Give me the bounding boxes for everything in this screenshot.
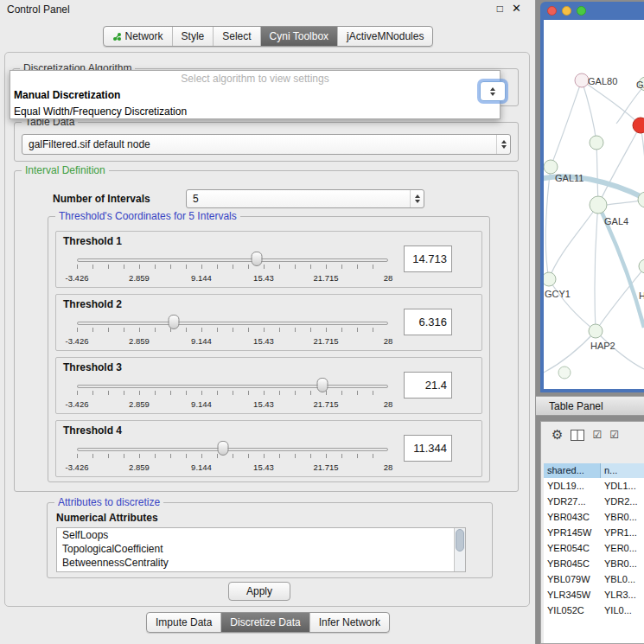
table-row[interactable]: YBR043CYBR0... [544, 509, 644, 525]
slider-track[interactable] [77, 448, 388, 451]
table-cell: YBR045C [544, 556, 601, 571]
numerical-attributes-list[interactable]: SelfLoopsTopologicalCoefficientBetweenne… [56, 527, 466, 572]
threshold-value-field[interactable] [404, 309, 452, 335]
interval-definition-group: Interval Definition Number of Intervals … [14, 170, 519, 492]
node-gal11[interactable] [544, 160, 558, 174]
tab-label: Discretize Data [230, 616, 300, 628]
slider-ticks [77, 265, 388, 269]
table-row[interactable]: YLR345WYLR3... [544, 587, 644, 603]
threshold-value-field[interactable] [404, 372, 452, 399]
window-traffic-lights [547, 6, 586, 16]
tab-style[interactable]: Style [172, 27, 214, 46]
slider-thumb[interactable] [168, 315, 179, 329]
tab-select[interactable]: Select [213, 27, 259, 46]
threshold-panel: Threshold 3 -3.4262.8599.14415.4321.7152… [55, 357, 482, 414]
window-title: Control Panel [7, 3, 70, 16]
dropdown-option-manual-discretization[interactable]: Manual Discretization [10, 87, 500, 104]
table-cell: YBL0... [601, 571, 644, 587]
minimize-window-icon[interactable] [562, 6, 571, 16]
threshold-slider[interactable] [77, 314, 388, 335]
node-table-rows[interactable]: YDL19...YDL1...YDR27...YDR2...YBR043CYBR… [544, 478, 644, 643]
node-gal4[interactable] [590, 196, 607, 214]
table-row[interactable]: YBR045CYBR0... [544, 556, 644, 571]
slider-track[interactable] [77, 385, 388, 388]
threshold-value-field[interactable] [404, 245, 452, 272]
node-gcy1[interactable] [544, 272, 556, 286]
gear-icon[interactable]: ⚙ [552, 427, 563, 443]
node-gal80[interactable] [575, 73, 589, 87]
checkbox-icon[interactable]: ☑ [592, 429, 602, 441]
table-data-group: Table Data galFiltered.sif default node [14, 122, 519, 162]
control-panel-titlebar[interactable]: Control Panel □ ✕ [0, 0, 535, 19]
table-row[interactable]: YDL19...YDL1... [544, 478, 644, 494]
slider-ticks [77, 391, 388, 395]
table-row[interactable]: YDR27...YDR2... [544, 494, 644, 509]
threshold-label: Threshold 3 [63, 361, 122, 373]
scale-label: -3.426 [66, 399, 89, 409]
list-scrollbar[interactable] [454, 528, 465, 571]
slider-thumb[interactable] [218, 441, 229, 456]
node[interactable] [590, 136, 603, 150]
scrollbar-thumb[interactable] [456, 529, 464, 552]
stepper-up-icon [490, 87, 495, 91]
tab-label: Impute Data [156, 616, 212, 628]
slider-track[interactable] [77, 258, 388, 262]
column-header-name[interactable]: n... [601, 463, 644, 478]
columns-icon[interactable] [571, 430, 584, 441]
attribute-list-item[interactable]: BetweennessCentrality [57, 556, 465, 570]
dropdown-option-equal-width[interactable]: Equal Width/Frequency Discretization [10, 104, 500, 120]
scale-label: 2.859 [129, 336, 150, 346]
number-of-intervals-select[interactable]: 5 [186, 189, 424, 208]
scale-label: 15.43 [253, 399, 274, 409]
node[interactable] [639, 259, 644, 273]
dropdown-placeholder-option[interactable]: Select algorithm to view settings [10, 71, 500, 87]
table-row[interactable]: YBL079WYBL0... [544, 571, 644, 587]
column-header-shared-name[interactable]: shared... [544, 463, 601, 478]
threshold-value-field[interactable] [404, 435, 452, 462]
attribute-list-item[interactable]: SelfLoops [57, 528, 465, 542]
node[interactable] [558, 367, 571, 379]
numerical-attributes-label: Numerical Attributes [56, 512, 158, 524]
tab-jactivemnodules[interactable]: jActiveMNodules [337, 27, 432, 46]
threshold-slider[interactable] [77, 440, 388, 461]
tab-impute-data[interactable]: Impute Data [147, 613, 220, 632]
slider-ticks [77, 454, 388, 458]
table-cell: YBR0... [601, 509, 644, 525]
float-window-icon[interactable]: □ [497, 3, 503, 15]
tab-infer-network[interactable]: Infer Network [309, 613, 389, 632]
tab-discretize-data[interactable]: Discretize Data [220, 613, 309, 632]
scale-label: 21.715 [313, 336, 338, 346]
tab-label: Infer Network [319, 616, 380, 628]
zoom-window-icon[interactable] [577, 6, 586, 16]
scale-label: 21.715 [313, 399, 338, 409]
slider-scale: -3.4262.8599.14415.4321.71528 [77, 399, 388, 409]
network-canvas[interactable]: GAL80 GA GAL11 GAL4 GCY1 H HAP2 [544, 20, 644, 389]
table-row[interactable]: YPR145WYPR1... [544, 525, 644, 540]
tab-network[interactable]: Network [104, 27, 172, 46]
table-row[interactable]: YIL052CYIL0... [544, 603, 644, 618]
table-data-value: galFiltered.sif default node [22, 138, 496, 150]
node-selected-red[interactable] [633, 118, 644, 133]
slider-track[interactable] [77, 322, 388, 325]
algorithm-combobox-stepper[interactable] [480, 81, 506, 101]
network-nodes[interactable] [544, 73, 644, 379]
group-label: Threshold's Coordinates for 5 Intervals [55, 210, 240, 222]
apply-button[interactable]: Apply [228, 582, 290, 601]
tab-cyni-toolbox[interactable]: Cyni Toolbox [260, 27, 337, 46]
slider-thumb[interactable] [317, 378, 328, 392]
close-icon[interactable]: ✕ [512, 2, 521, 15]
table-data-select[interactable]: galFiltered.sif default node [22, 134, 511, 155]
scale-label: 9.144 [191, 336, 212, 346]
node-hap2[interactable] [589, 324, 603, 338]
algorithm-dropdown-popup: Select algorithm to view settings Manual… [10, 70, 501, 119]
slider-thumb[interactable] [251, 252, 262, 266]
table-panel-titlebar[interactable]: Table Panel [536, 396, 644, 416]
checkbox-icon[interactable]: ☑ [609, 429, 619, 441]
threshold-slider[interactable] [77, 251, 388, 271]
threshold-slider[interactable] [77, 377, 388, 398]
close-window-icon[interactable] [547, 6, 557, 16]
stepper-down-icon [490, 92, 495, 96]
table-cell: YIL052C [544, 603, 601, 618]
table-row[interactable]: YER054CYER0... [544, 540, 644, 556]
attribute-list-item[interactable]: TopologicalCoefficient [57, 542, 465, 556]
